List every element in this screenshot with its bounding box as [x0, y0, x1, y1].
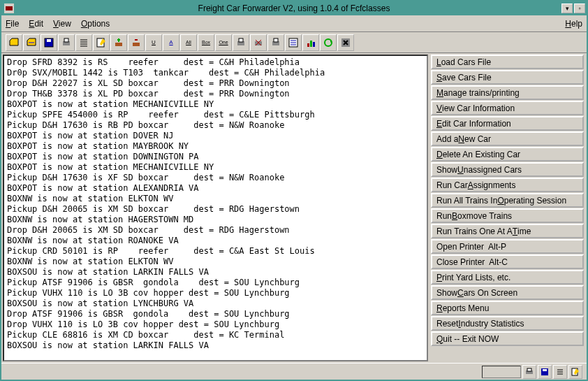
menu-file[interactable]: File [6, 19, 19, 29]
side-panel: Load Cars File Save Cars File Manage tra… [429, 53, 587, 363]
menu-help[interactable]: Help [565, 19, 582, 29]
menu-view[interactable]: View [53, 19, 71, 29]
svg-rect-7 [115, 43, 122, 46]
run-one-button[interactable]: Run Trains One At A Time [431, 224, 584, 238]
delete-car-button[interactable]: Delete An Existing Car [431, 147, 584, 161]
titlebar: Freight Car Forwarder V2, using 1.0.4 of… [1, 1, 587, 15]
print-yard-button[interactable]: Print Yard Lists, etc. [431, 270, 584, 285]
open2-icon[interactable] [23, 34, 40, 51]
svg-rect-15 [307, 43, 309, 47]
print3-icon[interactable] [267, 34, 284, 51]
view-car-button[interactable]: View Car Information [431, 101, 584, 115]
svg-rect-8 [133, 43, 140, 46]
svg-rect-23 [543, 369, 547, 371]
one-icon[interactable]: One [215, 34, 232, 51]
app-icon [4, 3, 14, 13]
refresh-icon[interactable] [320, 34, 337, 51]
app-window: Freight Car Forwarder V2, using 1.0.4 of… [0, 0, 588, 381]
stats-icon[interactable] [302, 34, 319, 51]
svg-rect-3 [47, 39, 51, 42]
save-icon[interactable] [41, 34, 57, 51]
quit-button[interactable]: Quit -- Exit NOW [431, 331, 584, 346]
all-icon[interactable]: All [180, 34, 197, 51]
reset-stats-button[interactable]: Reset Industry Statistics [431, 316, 584, 331]
maximize-button[interactable]: ▫ [574, 3, 585, 13]
menu-edit[interactable]: Edit [29, 19, 43, 29]
del-icon[interactable] [128, 34, 145, 51]
svg-rect-16 [310, 41, 312, 47]
log-text-pane[interactable]: Drop SFRD 8392 is RS reefer dest = C&H P… [3, 55, 428, 361]
status-edit-icon[interactable] [568, 365, 582, 379]
svg-rect-21 [527, 368, 531, 371]
reports-button[interactable]: Reports Menu [431, 301, 584, 315]
show-cars-button[interactable]: Show Cars On Screen [431, 285, 584, 300]
load-cars-button[interactable]: Load Cars File [431, 55, 584, 69]
status-list-icon[interactable] [553, 365, 567, 379]
svg-rect-17 [313, 42, 315, 47]
run-all-trains-button[interactable]: Run All Trains In Operating Session [431, 193, 584, 208]
status-print-icon[interactable] [522, 365, 536, 379]
minimize-button[interactable]: ▾ [561, 3, 573, 13]
list-icon[interactable] [75, 34, 92, 51]
svg-rect-1 [6, 6, 13, 10]
run-boxmove-button[interactable]: Run Boxmove Trains [431, 208, 584, 223]
open-printer-button[interactable]: Open Printer Alt-P [431, 239, 584, 254]
print2-icon[interactable] [233, 34, 249, 51]
show-unassigned-button[interactable]: Show Unassigned Cars [431, 162, 584, 177]
open-icon[interactable] [6, 34, 22, 51]
status-box [482, 366, 521, 378]
unasg-icon[interactable]: U [145, 34, 162, 51]
print-icon[interactable] [58, 34, 75, 51]
close-icon[interactable] [337, 34, 354, 51]
toolbar: U A All Box One [1, 32, 587, 53]
save-cars-button[interactable]: Save Cars File [431, 70, 584, 85]
svg-rect-5 [64, 38, 68, 42]
window-title: Freight Car Forwarder V2, using 1.0.4 of… [198, 3, 390, 13]
content-area: Drop SFRD 8392 is RS reefer dest = C&H P… [1, 53, 587, 363]
run-assignments-button[interactable]: Run Car Assignments [431, 178, 584, 192]
close-print-icon[interactable] [250, 34, 267, 51]
list2-icon[interactable] [285, 34, 302, 51]
manage-trains-button[interactable]: Manage trains/printing [431, 85, 584, 100]
edit-icon[interactable] [93, 34, 110, 51]
svg-rect-13 [274, 38, 278, 42]
svg-rect-10 [239, 38, 243, 42]
menu-options[interactable]: Options [81, 19, 110, 29]
close-printer-button[interactable]: Close Printer Alt-C [431, 254, 584, 269]
add-icon[interactable] [110, 34, 127, 51]
statusbar [1, 363, 587, 380]
edit-car-button[interactable]: Edit Car Information [431, 116, 584, 131]
box-icon[interactable]: Box [198, 34, 214, 51]
add-car-button[interactable]: Add a New Car [431, 131, 584, 146]
menubar: File Edit View Options Help [1, 15, 587, 32]
status-save-icon[interactable] [538, 365, 552, 379]
asg-icon[interactable]: A [163, 34, 179, 51]
